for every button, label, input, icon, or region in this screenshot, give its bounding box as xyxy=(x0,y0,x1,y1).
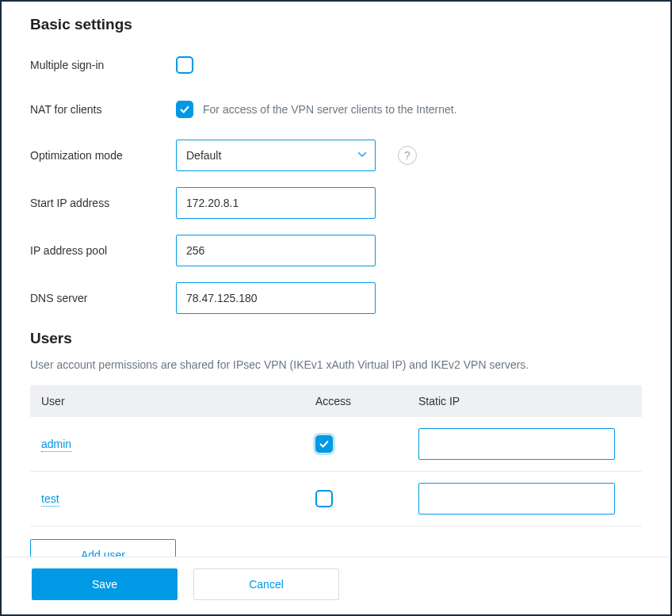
user-link-test[interactable]: test xyxy=(41,492,59,507)
start-ip-input[interactable] xyxy=(176,187,376,219)
table-row: test xyxy=(30,472,642,526)
footer: Save Cancel xyxy=(3,557,669,614)
optimization-mode-select[interactable]: Default xyxy=(176,140,376,171)
optimization-mode-value: Default xyxy=(186,149,221,162)
users-description: User account permissions are shared for … xyxy=(30,358,642,371)
static-ip-input-admin[interactable] xyxy=(418,428,615,460)
access-checkbox-admin[interactable] xyxy=(315,435,333,453)
users-table: User Access Static IP admin test xyxy=(30,385,642,526)
table-row: admin xyxy=(30,417,642,472)
ip-pool-input[interactable] xyxy=(176,235,376,266)
multiple-signin-checkbox[interactable] xyxy=(176,56,193,74)
cancel-button[interactable]: Cancel xyxy=(193,568,339,600)
help-icon[interactable]: ? xyxy=(398,146,417,165)
nat-clients-label: NAT for clients xyxy=(30,103,176,116)
col-static-ip: Static IP xyxy=(410,385,642,417)
col-user: User xyxy=(30,385,307,417)
start-ip-label: Start IP address xyxy=(30,197,176,209)
user-link-admin[interactable]: admin xyxy=(41,438,71,452)
access-checkbox-test[interactable] xyxy=(315,490,333,507)
dns-server-input[interactable] xyxy=(176,282,376,314)
optimization-mode-label: Optimization mode xyxy=(30,149,176,162)
nat-clients-checkbox[interactable] xyxy=(176,101,193,118)
save-button[interactable]: Save xyxy=(32,568,178,600)
nat-hint: For access of the VPN server clients to … xyxy=(203,103,457,116)
check-icon xyxy=(179,104,190,115)
ip-pool-label: IP address pool xyxy=(30,244,176,257)
check-icon xyxy=(319,438,330,450)
dns-server-label: DNS server xyxy=(30,292,176,304)
static-ip-input-test[interactable] xyxy=(418,483,615,515)
basic-settings-title: Basic settings xyxy=(30,16,642,33)
col-access: Access xyxy=(307,385,410,417)
users-title: Users xyxy=(30,330,642,347)
multiple-signin-label: Multiple sign-in xyxy=(30,59,176,71)
